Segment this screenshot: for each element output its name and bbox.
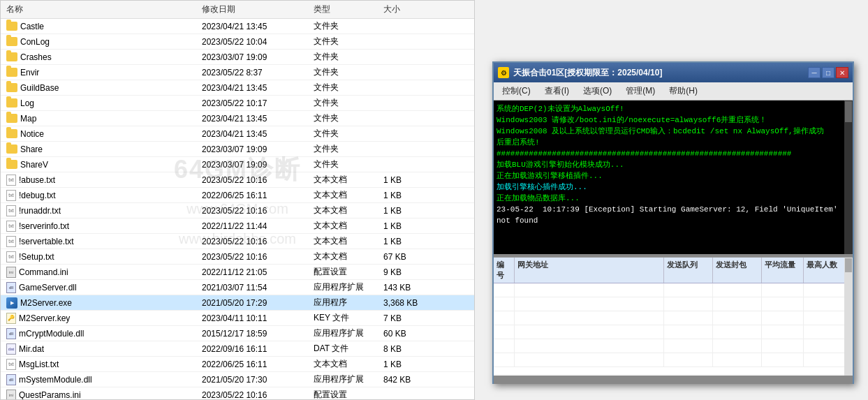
ini-icon: ini (6, 390, 16, 400)
file-name: txt !serverinfo.txt (6, 221, 202, 232)
grid-cell (713, 297, 762, 311)
file-name-text: mCryptModule.dll (19, 329, 84, 339)
file-name: txt !runaddr.txt (6, 205, 202, 216)
file-name-text: !serverinfo.txt (19, 221, 69, 231)
col-type[interactable]: 类型 (314, 3, 383, 15)
app-status-bar (494, 376, 853, 384)
file-name: GuildBase (6, 83, 202, 93)
console-line: Windows2003 请修改/boot.ini的/noexecute=alwa… (496, 114, 850, 126)
file-size: 842 KB (383, 375, 439, 385)
file-row[interactable]: txt !serverinfo.txt 2022/11/22 11:44 文本文… (1, 218, 474, 234)
file-row[interactable]: txt MsgList.txt 2022/06/25 16:11 文本文档 1 … (1, 357, 474, 372)
grid-cell (515, 353, 664, 366)
file-row[interactable]: Share 2023/03/07 19:09 文件夹 (1, 142, 474, 157)
file-row[interactable]: ShareV 2023/03/07 19:09 文件夹 (1, 157, 474, 172)
file-date: 2022/11/22 11:44 (202, 221, 314, 231)
file-name: Share (6, 145, 202, 154)
file-name: Castle (6, 22, 202, 31)
minimize-button[interactable]: ─ (808, 67, 821, 78)
file-row[interactable]: Log 2023/05/22 10:17 文件夹 (1, 96, 474, 111)
file-date: 2022/06/25 16:11 (202, 360, 314, 369)
grid-header-cell: 网关地址 (515, 258, 664, 283)
file-row[interactable]: ini QuestParams.ini 2023/05/22 10:16 配置设… (1, 387, 474, 399)
menu-item[interactable]: 查看(I) (539, 84, 575, 98)
file-date: 2023/05/22 10:16 (202, 390, 314, 400)
file-row[interactable]: Notice 2023/04/21 13:45 文件夹 (1, 126, 474, 142)
file-size: 1 KB (383, 206, 439, 216)
file-name: txt !debug.txt (6, 190, 202, 201)
console-line: 后重启系统! (496, 137, 850, 148)
file-date: 2023/04/21 13:45 (202, 83, 314, 93)
menu-item[interactable]: 控制(C) (496, 84, 536, 98)
file-row[interactable]: dll mCryptModule.dll 2015/12/17 18:59 应用… (1, 326, 474, 341)
menu-item[interactable]: 管理(M) (620, 84, 661, 98)
file-row[interactable]: ConLog 2023/05/22 10:04 文件夹 (1, 34, 474, 50)
grid-header-cell: 平均流量 (762, 258, 804, 283)
app-title: 天振合击01区[授权期限至：2025/04/10] (513, 67, 662, 79)
app-titlebar: ⚙ 天振合击01区[授权期限至：2025/04/10] ─ □ ✕ (494, 63, 853, 82)
file-row[interactable]: txt !abuse.txt 2023/05/22 10:16 文本文档 1 K… (1, 172, 474, 188)
file-date: 2023/05/22 8:37 (202, 68, 314, 77)
file-type: 文件夹 (314, 97, 383, 109)
window-buttons: ─ □ ✕ (808, 67, 848, 78)
file-row[interactable]: txt !runaddr.txt 2023/05/22 10:16 文本文档 1… (1, 203, 474, 218)
file-date: 2023/04/21 13:45 (202, 129, 314, 139)
app-icon-symbol: ⚙ (501, 69, 507, 77)
grid-cell (494, 325, 515, 339)
grid-scroll-thumb[interactable] (845, 258, 852, 272)
file-name-text: mSystemModule.dll (19, 375, 92, 385)
console-line: Windows2008 及以上系统以管理员运行CMD输入：bcdedit /se… (496, 126, 850, 137)
maximize-button[interactable]: □ (822, 67, 834, 78)
file-name-text: Crashes (20, 52, 52, 62)
file-row[interactable]: dat Mir.dat 2022/09/16 16:11 DAT 文件 8 KB (1, 341, 474, 357)
file-row[interactable]: txt !Setup.txt 2023/05/22 10:16 文本文档 67 … (1, 249, 474, 265)
file-row[interactable]: dll GameServer.dll 2021/03/07 11:54 应用程序… (1, 280, 474, 295)
grid-cell (664, 353, 713, 366)
grid-cell (713, 325, 762, 339)
grid-cell (762, 325, 804, 339)
txt-icon: txt (6, 190, 16, 201)
col-size[interactable]: 大小 (383, 3, 439, 15)
grid-header: 编号网关地址发送队列发送封包平均流量最高人数 (494, 258, 853, 283)
folder-icon (6, 145, 17, 154)
console-line: 加载引擎核心插件成功... (496, 182, 850, 193)
col-name[interactable]: 名称 (6, 3, 202, 15)
file-row[interactable]: Castle 2023/04/21 13:45 文件夹 (1, 19, 474, 34)
txt-icon: txt (6, 251, 16, 262)
grid-cell (762, 339, 804, 353)
file-name: ▶ M2Server.exe (6, 297, 202, 309)
file-size: 8 KB (383, 344, 439, 354)
menu-item[interactable]: 帮助(H) (663, 84, 703, 98)
console-scroll-thumb[interactable] (845, 101, 852, 122)
file-row[interactable]: txt !debug.txt 2022/06/25 16:11 文本文档 1 K… (1, 188, 474, 203)
file-name-text: QuestParams.ini (19, 390, 81, 400)
file-row[interactable]: txt !servertable.txt 2023/05/22 10:16 文本… (1, 234, 474, 249)
console-scrollbar[interactable] (844, 101, 853, 254)
file-date: 2023/04/11 10:11 (202, 313, 314, 323)
dat-icon: dat (6, 343, 16, 355)
menu-item[interactable]: 选项(O) (578, 84, 617, 98)
file-row[interactable]: Envir 2023/05/22 8:37 文件夹 (1, 65, 474, 80)
file-row[interactable]: ▶ M2Server.exe 2021/05/20 17:29 应用程序 3,3… (1, 295, 474, 311)
file-size: 7 KB (383, 313, 439, 323)
file-date: 2021/05/20 17:29 (202, 298, 314, 308)
close-button[interactable]: ✕ (836, 67, 848, 78)
console-line: 正在加载游戏引擎移植插件... (496, 170, 850, 182)
grid-cell (515, 297, 664, 311)
file-row[interactable]: ini Command.ini 2022/11/12 21:05 配置设置 9 … (1, 265, 474, 280)
file-type: 文件夹 (314, 112, 383, 124)
col-date[interactable]: 修改日期 (202, 3, 314, 15)
grid-header-cell: 发送封包 (713, 258, 762, 283)
folder-icon (6, 22, 17, 31)
file-row[interactable]: dll mSystemModule.dll 2021/05/20 17:30 应… (1, 372, 474, 387)
file-size: 3,368 KB (383, 298, 439, 308)
file-row[interactable]: Map 2023/04/21 13:45 文件夹 (1, 111, 474, 126)
grid-scrollbar[interactable] (844, 258, 853, 376)
file-row[interactable]: 🔑 M2Server.key 2023/04/11 10:11 KEY 文件 7… (1, 311, 474, 326)
file-name-text: Castle (20, 22, 44, 31)
console-line: 系统的DEP(2)未设置为AlwaysOff! (496, 103, 850, 114)
file-row[interactable]: Crashes 2023/03/07 19:09 文件夹 (1, 50, 474, 65)
grid-cell (664, 339, 713, 353)
txt-icon: txt (6, 221, 16, 232)
file-row[interactable]: GuildBase 2023/04/21 13:45 文件夹 (1, 80, 474, 96)
